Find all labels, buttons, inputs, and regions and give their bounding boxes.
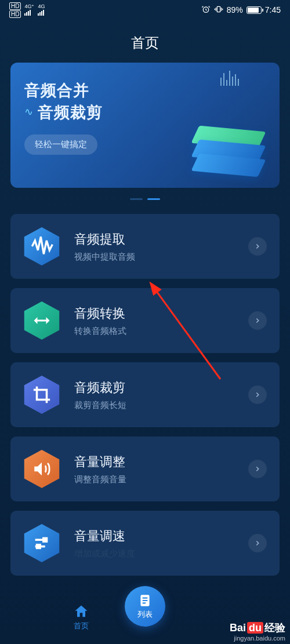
svg-rect-7 (44, 539, 47, 542)
chevron-right-icon[interactable] (248, 385, 267, 404)
nav-list-fab[interactable]: 列表 (125, 586, 165, 627)
card-title: 音频转换 (74, 305, 237, 322)
card-audio-crop[interactable]: 音频裁剪 裁剪音频长短 (10, 362, 280, 427)
card-title: 音量调整 (74, 453, 237, 471)
nav-home[interactable]: 首页 (73, 603, 89, 631)
status-bar: HD HD 4G⁺ 4G 89% 7:45 (0, 0, 290, 20)
swap-icon (21, 300, 63, 341)
equalizer-decoration (220, 71, 239, 86)
wm-url: jingyan.baidu.com (230, 635, 285, 642)
banner-line-2: 音频裁剪 (38, 102, 103, 123)
page-title: 首页 (0, 20, 290, 63)
signal-2-bars (38, 10, 45, 16)
card-audio-convert[interactable]: 音频转换 转换音频格式 (10, 288, 280, 353)
hd-badge-2: HD (9, 10, 21, 18)
dot-1[interactable] (147, 198, 160, 200)
status-left: HD HD 4G⁺ 4G (9, 2, 45, 18)
svg-rect-1 (217, 6, 220, 12)
carousel-indicator[interactable] (0, 188, 290, 214)
crop-icon (21, 374, 63, 416)
card-title: 音量调速 (74, 527, 237, 545)
card-volume-adjust[interactable]: 音量调整 调整音频音量 (10, 436, 280, 501)
signal-1-label: 4G⁺ (24, 4, 34, 9)
watermark: Baidu经验 jingyan.baidu.com (230, 621, 285, 642)
signal-1-bars (24, 10, 34, 16)
svg-rect-8 (37, 545, 41, 548)
banner-chip: 轻松一键搞定 (24, 134, 97, 155)
server-illustration (194, 132, 263, 174)
battery-percent: 89% (227, 5, 243, 14)
card-audio-extract[interactable]: 音频提取 视频中提取音频 (10, 214, 280, 279)
card-title: 音频裁剪 (74, 379, 237, 396)
promo-banner[interactable]: 音频合并 ∿ 音频裁剪 轻松一键搞定 (10, 63, 280, 188)
card-subtitle: 转换音频格式 (74, 326, 237, 337)
dot-0[interactable] (130, 198, 143, 200)
home-icon (73, 603, 89, 620)
nav-list-label: 列表 (137, 609, 153, 620)
wm-brand-c: 经验 (264, 622, 285, 634)
wm-brand-b: du (247, 622, 263, 634)
signal-2-label: 4G (38, 4, 45, 9)
wave-icon: ∿ (24, 105, 33, 118)
card-title: 音频提取 (74, 231, 237, 248)
wm-brand-a: Bai (230, 622, 246, 634)
status-right: 89% 7:45 (201, 5, 281, 16)
waveform-icon (21, 225, 63, 267)
card-speed-adjust[interactable]: 音量调速 增加或减少速度 (10, 511, 280, 576)
feature-card-list: 音频提取 视频中提取音频 音频转换 转换音频格式 音频裁剪 裁剪音频长短 (0, 214, 290, 576)
card-subtitle: 裁剪音频长短 (74, 400, 237, 411)
card-subtitle: 调整音频音量 (74, 474, 237, 485)
chevron-right-icon[interactable] (248, 460, 267, 478)
slider-icon (21, 522, 63, 564)
card-subtitle: 增加或减少速度 (74, 548, 237, 559)
clock-time: 7:45 (265, 5, 281, 14)
list-icon (137, 593, 153, 608)
nav-home-label: 首页 (74, 621, 89, 631)
battery-icon (246, 6, 262, 14)
chevron-right-icon[interactable] (248, 311, 267, 330)
chevron-right-icon[interactable] (248, 534, 267, 552)
vibrate-icon (214, 5, 223, 16)
card-subtitle: 视频中提取音频 (74, 252, 237, 263)
hd-badge-1: HD (9, 2, 21, 10)
volume-icon (21, 448, 63, 490)
chevron-right-icon[interactable] (248, 237, 267, 256)
alarm-icon (201, 5, 211, 16)
